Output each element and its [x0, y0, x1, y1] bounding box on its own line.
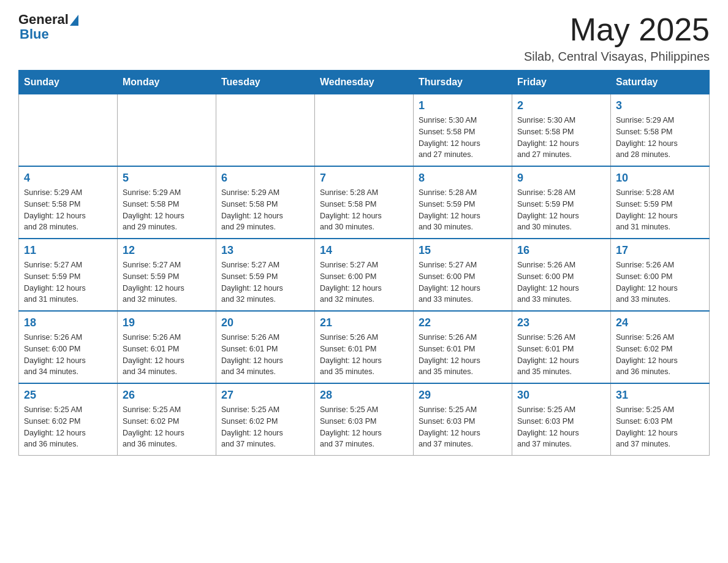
day-info: Sunrise: 5:26 AMSunset: 6:00 PMDaylight:…: [517, 259, 605, 305]
logo-block: General Blue: [18, 12, 78, 42]
weekday-header-thursday: Thursday: [414, 71, 512, 94]
day-number: 25: [24, 389, 112, 402]
calendar-cell: 17Sunrise: 5:26 AMSunset: 6:00 PMDayligh…: [611, 239, 710, 311]
day-info: Sunrise: 5:30 AMSunset: 5:58 PMDaylight:…: [517, 115, 605, 161]
calendar-cell: 23Sunrise: 5:26 AMSunset: 6:01 PMDayligh…: [512, 311, 611, 383]
day-number: 18: [24, 316, 112, 329]
day-info: Sunrise: 5:25 AMSunset: 6:02 PMDaylight:…: [123, 404, 211, 450]
day-number: 15: [419, 244, 507, 257]
day-info: Sunrise: 5:26 AMSunset: 6:00 PMDaylight:…: [616, 259, 704, 305]
calendar-cell: 15Sunrise: 5:27 AMSunset: 6:00 PMDayligh…: [414, 239, 512, 311]
day-number: 5: [123, 172, 211, 185]
day-number: 9: [517, 172, 605, 185]
calendar-cell: 29Sunrise: 5:25 AMSunset: 6:03 PMDayligh…: [414, 383, 512, 456]
day-info: Sunrise: 5:26 AMSunset: 6:01 PMDaylight:…: [419, 332, 507, 378]
day-info: Sunrise: 5:26 AMSunset: 6:02 PMDaylight:…: [616, 332, 704, 378]
weekday-header-sunday: Sunday: [19, 71, 118, 94]
day-info: Sunrise: 5:26 AMSunset: 6:01 PMDaylight:…: [123, 332, 211, 378]
day-number: 19: [123, 316, 211, 329]
calendar-cell: 20Sunrise: 5:26 AMSunset: 6:01 PMDayligh…: [216, 311, 315, 383]
day-info: Sunrise: 5:25 AMSunset: 6:02 PMDaylight:…: [221, 404, 309, 450]
logo-general: General: [18, 12, 69, 27]
day-number: 1: [419, 99, 507, 112]
weekday-header-row: SundayMondayTuesdayWednesdayThursdayFrid…: [19, 71, 710, 94]
day-info: Sunrise: 5:26 AMSunset: 6:01 PMDaylight:…: [320, 332, 408, 378]
calendar-cell: 12Sunrise: 5:27 AMSunset: 5:59 PMDayligh…: [118, 239, 216, 311]
calendar-cell: 16Sunrise: 5:26 AMSunset: 6:00 PMDayligh…: [512, 239, 611, 311]
logo-blue: Blue: [20, 27, 49, 42]
calendar-cell: 1Sunrise: 5:30 AMSunset: 5:58 PMDaylight…: [414, 94, 512, 167]
day-number: 12: [123, 244, 211, 257]
day-number: 29: [419, 389, 507, 402]
title-block: May 2025 Silab, Central Visayas, Philipp…: [524, 12, 710, 64]
day-info: Sunrise: 5:26 AMSunset: 6:00 PMDaylight:…: [24, 332, 112, 378]
calendar-cell: 2Sunrise: 5:30 AMSunset: 5:58 PMDaylight…: [512, 94, 611, 167]
day-info: Sunrise: 5:30 AMSunset: 5:58 PMDaylight:…: [419, 115, 507, 161]
day-info: Sunrise: 5:25 AMSunset: 6:02 PMDaylight:…: [24, 404, 112, 450]
calendar-week-row: 1Sunrise: 5:30 AMSunset: 5:58 PMDaylight…: [19, 94, 710, 167]
calendar-cell: [315, 94, 414, 167]
calendar-cell: 6Sunrise: 5:29 AMSunset: 5:58 PMDaylight…: [216, 166, 315, 239]
day-number: 10: [616, 172, 704, 185]
day-number: 26: [123, 389, 211, 402]
calendar-cell: 31Sunrise: 5:25 AMSunset: 6:03 PMDayligh…: [611, 383, 710, 456]
day-info: Sunrise: 5:28 AMSunset: 5:59 PMDaylight:…: [616, 187, 704, 233]
weekday-header-wednesday: Wednesday: [315, 71, 414, 94]
day-info: Sunrise: 5:25 AMSunset: 6:03 PMDaylight:…: [419, 404, 507, 450]
calendar-cell: 11Sunrise: 5:27 AMSunset: 5:59 PMDayligh…: [19, 239, 118, 311]
day-info: Sunrise: 5:27 AMSunset: 5:59 PMDaylight:…: [221, 259, 309, 305]
calendar-cell: 26Sunrise: 5:25 AMSunset: 6:02 PMDayligh…: [118, 383, 216, 456]
day-info: Sunrise: 5:27 AMSunset: 6:00 PMDaylight:…: [320, 259, 408, 305]
calendar-cell: 22Sunrise: 5:26 AMSunset: 6:01 PMDayligh…: [414, 311, 512, 383]
logo: General Blue: [18, 12, 78, 42]
day-number: 30: [517, 389, 605, 402]
page-header: General Blue May 2025 Silab, Central Vis…: [18, 12, 710, 64]
day-info: Sunrise: 5:25 AMSunset: 6:03 PMDaylight:…: [616, 404, 704, 450]
day-info: Sunrise: 5:28 AMSunset: 5:59 PMDaylight:…: [517, 187, 605, 233]
calendar-cell: [216, 94, 315, 167]
day-number: 23: [517, 316, 605, 329]
calendar-cell: [118, 94, 216, 167]
calendar-week-row: 4Sunrise: 5:29 AMSunset: 5:58 PMDaylight…: [19, 166, 710, 239]
day-number: 13: [221, 244, 309, 257]
day-number: 6: [221, 172, 309, 185]
weekday-header-saturday: Saturday: [611, 71, 710, 94]
day-number: 21: [320, 316, 408, 329]
day-info: Sunrise: 5:28 AMSunset: 5:59 PMDaylight:…: [419, 187, 507, 233]
calendar-table: SundayMondayTuesdayWednesdayThursdayFrid…: [18, 70, 710, 456]
calendar-cell: [19, 94, 118, 167]
day-number: 16: [517, 244, 605, 257]
calendar-cell: 14Sunrise: 5:27 AMSunset: 6:00 PMDayligh…: [315, 239, 414, 311]
day-number: 27: [221, 389, 309, 402]
weekday-header-tuesday: Tuesday: [216, 71, 315, 94]
calendar-cell: 24Sunrise: 5:26 AMSunset: 6:02 PMDayligh…: [611, 311, 710, 383]
day-number: 3: [616, 99, 704, 112]
day-info: Sunrise: 5:25 AMSunset: 6:03 PMDaylight:…: [517, 404, 605, 450]
day-info: Sunrise: 5:29 AMSunset: 5:58 PMDaylight:…: [24, 187, 112, 233]
day-number: 20: [221, 316, 309, 329]
day-number: 31: [616, 389, 704, 402]
month-title: May 2025: [524, 12, 710, 47]
day-info: Sunrise: 5:29 AMSunset: 5:58 PMDaylight:…: [123, 187, 211, 233]
day-number: 7: [320, 172, 408, 185]
day-info: Sunrise: 5:29 AMSunset: 5:58 PMDaylight:…: [616, 115, 704, 161]
calendar-cell: 3Sunrise: 5:29 AMSunset: 5:58 PMDaylight…: [611, 94, 710, 167]
calendar-cell: 8Sunrise: 5:28 AMSunset: 5:59 PMDaylight…: [414, 166, 512, 239]
weekday-header-monday: Monday: [118, 71, 216, 94]
day-number: 8: [419, 172, 507, 185]
calendar-cell: 18Sunrise: 5:26 AMSunset: 6:00 PMDayligh…: [19, 311, 118, 383]
calendar-cell: 19Sunrise: 5:26 AMSunset: 6:01 PMDayligh…: [118, 311, 216, 383]
day-number: 28: [320, 389, 408, 402]
day-number: 2: [517, 99, 605, 112]
day-info: Sunrise: 5:25 AMSunset: 6:03 PMDaylight:…: [320, 404, 408, 450]
weekday-header-friday: Friday: [512, 71, 611, 94]
calendar-cell: 21Sunrise: 5:26 AMSunset: 6:01 PMDayligh…: [315, 311, 414, 383]
day-info: Sunrise: 5:27 AMSunset: 5:59 PMDaylight:…: [123, 259, 211, 305]
calendar-week-row: 18Sunrise: 5:26 AMSunset: 6:00 PMDayligh…: [19, 311, 710, 383]
calendar-cell: 5Sunrise: 5:29 AMSunset: 5:58 PMDaylight…: [118, 166, 216, 239]
logo-triangle-icon: [70, 15, 78, 26]
calendar-cell: 30Sunrise: 5:25 AMSunset: 6:03 PMDayligh…: [512, 383, 611, 456]
calendar-cell: 7Sunrise: 5:28 AMSunset: 5:58 PMDaylight…: [315, 166, 414, 239]
day-info: Sunrise: 5:26 AMSunset: 6:01 PMDaylight:…: [517, 332, 605, 378]
day-info: Sunrise: 5:28 AMSunset: 5:58 PMDaylight:…: [320, 187, 408, 233]
